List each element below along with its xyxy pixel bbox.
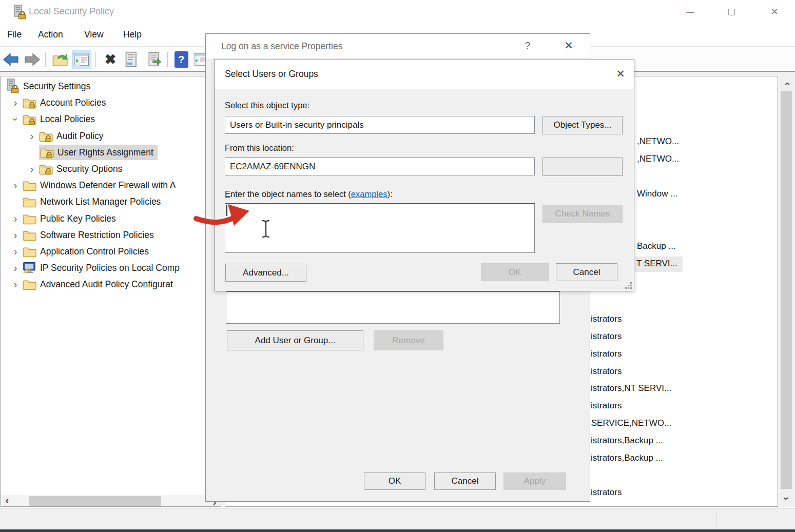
- add-user-or-group-button[interactable]: Add User or Group...: [227, 330, 363, 350]
- tree-item-audit-policy[interactable]: › Audit Policy: [1, 128, 221, 144]
- scroll-up-icon[interactable]: ›: [781, 76, 792, 92]
- export-list-button[interactable]: [145, 50, 164, 69]
- local-security-policy-window: Local Security Policy — ▢ ✕ File Action …: [0, 0, 795, 532]
- list-item[interactable]: istrators: [591, 349, 622, 359]
- list-item[interactable]: istrators: [591, 487, 622, 498]
- select-users-or-groups-dialog: Select Users or Groups ✕ Select this obj…: [214, 59, 634, 291]
- scrollbar-thumb[interactable]: [781, 91, 792, 489]
- window-titlebar: Local Security Policy — ▢ ✕: [0, 0, 795, 25]
- help-button[interactable]: ?: [171, 50, 191, 69]
- chevron-right-icon[interactable]: ›: [8, 97, 23, 109]
- tree-item-windows-defender-firewall[interactable]: › Windows Defender Firewall with A: [1, 177, 221, 193]
- export-list-icon: [147, 51, 162, 68]
- tree-item-advanced-audit-policy[interactable]: › Advanced Audit Policy Configurat: [1, 276, 221, 292]
- tree-item-ip-security-policies[interactable]: › IP Security Policies on Local Comp: [1, 260, 221, 276]
- window-title: Local Security Policy: [29, 6, 114, 17]
- tree-item-user-rights-assignment[interactable]: User Rights Assignment: [1, 144, 221, 161]
- status-bar-divider: [716, 511, 716, 527]
- status-bar: [0, 508, 795, 529]
- minimize-button[interactable]: —: [682, 3, 699, 21]
- object-type-field[interactable]: [225, 116, 535, 134]
- locations-button[interactable]: [542, 157, 623, 176]
- maximize-button[interactable]: ▢: [723, 3, 740, 21]
- select-ok-button[interactable]: OK: [481, 263, 549, 281]
- tree-horizontal-scrollbar[interactable]: › ›: [1, 495, 221, 507]
- object-type-label: Select this object type:: [225, 101, 309, 110]
- folder-icon: [23, 179, 36, 191]
- properties-cancel-button[interactable]: Cancel: [434, 472, 496, 490]
- list-item-selected[interactable]: T SERVI...: [635, 257, 683, 272]
- chevron-down-icon[interactable]: ›: [10, 112, 22, 126]
- back-button[interactable]: [1, 50, 21, 69]
- folder-icon: [23, 245, 36, 258]
- dialog-help-icon[interactable]: ?: [520, 40, 535, 51]
- tree-item-account-policies[interactable]: › Account Policies: [1, 94, 221, 111]
- menu-action[interactable]: Action: [38, 29, 63, 40]
- chevron-right-icon[interactable]: ›: [8, 246, 23, 258]
- forward-icon: [24, 51, 41, 68]
- chevron-right-icon[interactable]: ›: [8, 213, 23, 225]
- scrollbar-thumb[interactable]: [29, 496, 161, 507]
- list-item[interactable]: istrators,Backup ...: [591, 436, 663, 446]
- list-item[interactable]: Backup ...: [637, 241, 676, 251]
- properties-ok-button[interactable]: OK: [364, 472, 425, 490]
- folder-icon: [23, 229, 36, 241]
- export-button[interactable]: [50, 50, 70, 69]
- scroll-down-icon[interactable]: ›: [781, 490, 792, 507]
- export-icon: [51, 51, 69, 68]
- chevron-right-icon[interactable]: ›: [8, 180, 23, 191]
- chevron-right-icon[interactable]: ›: [8, 229, 23, 241]
- advanced-button[interactable]: Advanced...: [225, 264, 306, 282]
- remove-button[interactable]: Remove: [374, 330, 443, 350]
- folder-lock-icon: [40, 146, 54, 159]
- select-cancel-button[interactable]: Cancel: [556, 263, 617, 281]
- list-item[interactable]: ,NETWO...: [637, 136, 679, 147]
- tree-item-application-control[interactable]: › Application Control Policies: [1, 243, 221, 260]
- toolbar-separator: [95, 52, 96, 67]
- properties-button[interactable]: [122, 50, 142, 69]
- properties-apply-button[interactable]: Apply: [503, 472, 566, 490]
- list-item[interactable]: istrators,NT SERVI...: [591, 383, 671, 393]
- chevron-right-icon[interactable]: ›: [8, 262, 23, 274]
- tree-item-security-settings[interactable]: Security Settings: [1, 78, 221, 94]
- tree-item-software-restriction[interactable]: › Software Restriction Policies: [1, 227, 221, 243]
- tree-item-public-key-policies[interactable]: › Public Key Policies: [1, 210, 221, 227]
- assigned-users-listbox[interactable]: [226, 291, 560, 324]
- menu-view[interactable]: View: [84, 29, 104, 40]
- dialog-close-icon[interactable]: ✕: [561, 40, 576, 52]
- object-types-button[interactable]: Object Types...: [542, 116, 623, 134]
- close-button[interactable]: ✕: [766, 3, 783, 21]
- select-dialog-title: Select Users or Groups: [225, 69, 318, 80]
- show-console-tree-button[interactable]: [72, 50, 91, 69]
- location-field[interactable]: [225, 157, 535, 175]
- dialog-close-icon[interactable]: ✕: [613, 68, 628, 80]
- chevron-right-icon[interactable]: ›: [25, 163, 39, 175]
- text-caret: [226, 205, 227, 216]
- delete-button[interactable]: ✖: [101, 50, 120, 69]
- app-icon: [13, 5, 27, 20]
- list-item[interactable]: istrators: [591, 331, 622, 342]
- menu-file[interactable]: File: [7, 29, 22, 40]
- list-item[interactable]: istrators: [591, 314, 622, 324]
- menu-help[interactable]: Help: [123, 29, 142, 40]
- chevron-right-icon[interactable]: ›: [8, 279, 23, 290]
- resize-grip[interactable]: [625, 282, 632, 289]
- chevron-right-icon[interactable]: ›: [25, 130, 39, 142]
- list-item[interactable]: istrators: [591, 401, 622, 411]
- list-item[interactable]: istrators: [591, 366, 622, 377]
- console-tree-panel: Security Settings › Account Policies › L…: [1, 76, 221, 507]
- tree-item-local-policies[interactable]: › Local Policies: [1, 111, 221, 127]
- forward-button[interactable]: [23, 50, 42, 69]
- list-vertical-scrollbar[interactable]: › ›: [778, 76, 794, 507]
- list-item[interactable]: istrators,Backup ...: [591, 453, 663, 463]
- list-item[interactable]: Window ...: [637, 189, 677, 199]
- examples-link[interactable]: examples: [351, 189, 387, 199]
- object-names-input[interactable]: [225, 203, 535, 253]
- list-item[interactable]: ,NETWO...: [637, 154, 679, 164]
- check-names-button[interactable]: Check Names: [542, 205, 623, 223]
- list-item[interactable]: SERVICE,NETWO...: [589, 418, 671, 428]
- folder-lock-icon: [23, 113, 36, 125]
- tree-item-security-options[interactable]: › Security Options: [1, 161, 221, 177]
- tree-item-network-list-manager[interactable]: Network List Manager Policies: [1, 193, 221, 210]
- scroll-left-icon[interactable]: ›: [1, 496, 15, 507]
